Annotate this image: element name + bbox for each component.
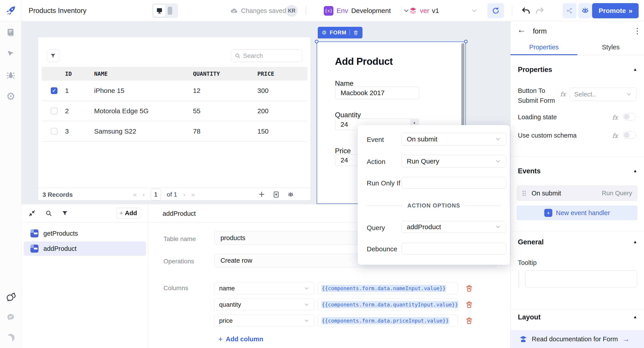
delete-column-button[interactable] [465, 284, 473, 292]
new-event-handler-button[interactable]: + New event handler [517, 205, 638, 220]
environment-selector[interactable]: {x} Env Development [324, 0, 410, 21]
version-selector[interactable]: ver v1 [409, 0, 478, 21]
run-only-if-field[interactable] [402, 177, 506, 188]
delete-column-button[interactable] [465, 301, 473, 308]
form-scrollbar-thumb[interactable] [461, 43, 464, 130]
collapse-panel-icon[interactable] [28, 209, 36, 217]
refresh-button[interactable] [488, 3, 504, 18]
row-checkbox[interactable] [51, 108, 58, 114]
event-select[interactable]: On submit [402, 133, 506, 145]
tooltip-field[interactable] [525, 271, 637, 288]
name-field[interactable] [335, 87, 419, 99]
last-page-button[interactable]: » [191, 191, 195, 198]
back-arrow-icon[interactable]: ← [517, 25, 526, 35]
query-select[interactable]: addProduct [402, 221, 506, 233]
query-name: addProduct [44, 245, 76, 252]
column-binding-input[interactable]: {{components.form.data.quantityInput.val… [317, 298, 458, 311]
row-checkbox[interactable] [51, 128, 58, 135]
table-row[interactable]: 3 Samsung S22 78 150 [42, 121, 308, 142]
tab-properties[interactable]: Properties [510, 39, 577, 55]
column-header-id[interactable]: ID [62, 71, 91, 77]
next-page-button[interactable]: › [183, 191, 185, 198]
redo-icon [535, 6, 545, 16]
moon-icon [7, 334, 14, 342]
button-to-submit-select[interactable]: Select.. [570, 88, 636, 101]
debounce-input[interactable] [402, 243, 506, 254]
sidebar-item-theme[interactable] [0, 334, 22, 342]
download-button[interactable] [272, 191, 280, 198]
add-query-button[interactable]: + Add [116, 208, 140, 218]
desktop-toggle-button[interactable] [154, 5, 166, 17]
documentation-link[interactable]: Read documentation for Form → [511, 330, 644, 348]
column-header-quantity[interactable]: QUANTITY [187, 71, 254, 77]
sidebar-item-pages[interactable] [0, 28, 22, 37]
gear-icon[interactable]: ⚙ [322, 30, 327, 35]
delete-column-button[interactable] [465, 317, 473, 324]
fx-toggle[interactable]: fx [560, 91, 566, 98]
tab-styles[interactable]: Styles [577, 39, 644, 55]
mobile-icon[interactable] [168, 7, 172, 15]
debounce-field[interactable] [402, 243, 506, 254]
event-handler-row[interactable]: On submit Run Query [517, 185, 638, 201]
tooltip-input[interactable] [526, 271, 637, 287]
redo-button[interactable] [535, 6, 545, 16]
filter-icon[interactable] [62, 210, 68, 216]
column-select[interactable]: quantity [214, 298, 314, 311]
collapse-icon[interactable]: ▲ [633, 169, 637, 173]
app-logo[interactable] [0, 0, 22, 21]
stepper-up-icon[interactable]: ▲ [413, 121, 416, 124]
promote-button[interactable]: Promote » [592, 3, 639, 18]
fx-toggle[interactable]: fx [612, 114, 618, 121]
sidebar-item-comments[interactable] [0, 292, 22, 302]
share-button[interactable] [562, 3, 576, 18]
column-header-price[interactable]: PRICE [254, 71, 308, 77]
search-input[interactable] [243, 52, 294, 59]
sidebar-item-feedback[interactable] [0, 313, 22, 322]
preview-button[interactable] [578, 3, 592, 18]
run-only-if-input[interactable] [402, 177, 506, 188]
collapse-icon[interactable]: ▲ [633, 67, 637, 72]
loading-state-toggle[interactable] [623, 113, 636, 120]
table-search[interactable] [231, 49, 302, 62]
device-toggle[interactable] [152, 3, 178, 18]
use-custom-schema-toggle[interactable] [623, 131, 636, 139]
drag-handle-icon[interactable] [522, 190, 526, 196]
resize-handle[interactable] [464, 40, 468, 43]
sidebar-item-inspector[interactable] [0, 49, 22, 58]
name-input[interactable] [335, 87, 402, 99]
first-page-button[interactable]: « [133, 191, 137, 198]
column-header-name[interactable]: NAME [91, 71, 187, 77]
table-row[interactable]: 2 Motorola Edge 5G 55 200 [42, 101, 308, 121]
column-select[interactable]: name [214, 282, 314, 294]
widget-tag[interactable]: ⚙ FORM [318, 27, 362, 38]
chevron-down-icon[interactable] [471, 7, 478, 14]
current-page[interactable]: 1 [151, 189, 161, 200]
undo-button[interactable] [521, 6, 531, 16]
column-select[interactable]: price [214, 315, 314, 327]
column-binding-input[interactable]: {{components.form.data.priceInput.value}… [317, 315, 458, 327]
prev-page-button[interactable]: ‹ [143, 191, 145, 198]
resize-handle[interactable] [315, 40, 318, 43]
sidebar-item-debugger[interactable] [0, 70, 22, 80]
table-widget[interactable]: ID NAME QUANTITY PRICE ✓ 1 iPhone 15 12 … [38, 37, 311, 200]
kebab-menu-icon[interactable]: ⋮ [634, 26, 641, 35]
widget-name[interactable]: form [533, 27, 547, 35]
row-checkbox[interactable]: ✓ [51, 87, 58, 94]
column-visibility-button[interactable] [287, 191, 294, 198]
search-icon[interactable] [45, 210, 52, 217]
sidebar-item-settings[interactable]: ⚙ [0, 91, 22, 101]
fx-toggle[interactable]: fx [612, 132, 618, 139]
add-row-button[interactable] [258, 191, 265, 198]
collapse-icon[interactable]: ▲ [633, 315, 637, 319]
query-list-item-getproducts[interactable]: getProducts [24, 226, 146, 241]
query-list-item-addproduct[interactable]: addProduct [24, 241, 146, 256]
trash-icon[interactable] [353, 30, 358, 35]
table-filter-button[interactable] [47, 49, 59, 62]
add-column-button[interactable]: + Add column [218, 335, 263, 344]
table-row[interactable]: ✓ 1 iPhone 15 12 300 [42, 81, 308, 101]
columns-label: Columns [164, 285, 188, 292]
collapse-icon[interactable]: ▲ [633, 239, 637, 244]
action-select[interactable]: Run Query [402, 155, 506, 168]
column-binding-input[interactable]: {{components.form.data.nameInput.value}} [317, 282, 458, 294]
avatar[interactable]: KR [286, 5, 298, 17]
